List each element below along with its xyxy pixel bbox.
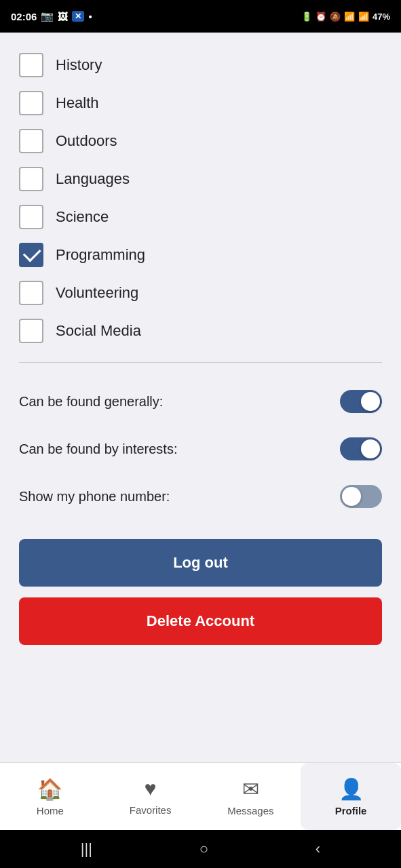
time: 02:06: [11, 11, 37, 22]
toggle-label-2: Show my phone number:: [19, 489, 170, 505]
checkbox-label-health: Health: [56, 94, 99, 112]
toggle-knob-1: [361, 439, 380, 458]
nav-profile-label: Profile: [335, 805, 367, 816]
checkbox-item-health[interactable]: Health: [19, 84, 382, 122]
checkbox-health[interactable]: [19, 91, 43, 115]
delete-account-button[interactable]: Delete Account: [19, 597, 382, 645]
checkbox-item-science[interactable]: Science: [19, 198, 382, 236]
toggle-knob-2: [342, 487, 361, 506]
x-icon: ✕: [72, 11, 84, 22]
camera-icon: 📷: [41, 10, 54, 22]
toggle-knob-0: [361, 392, 380, 411]
toggle-label-1: Can be found by interests:: [19, 441, 177, 457]
nav-item-favorites[interactable]: ♥Favorites: [100, 763, 201, 830]
toggle-row-2: Show my phone number:: [19, 473, 382, 520]
toggle-label-0: Can be found generally:: [19, 394, 163, 410]
gallery-icon: 🖼: [58, 11, 68, 22]
checkbox-item-volunteering[interactable]: Volunteering: [19, 274, 382, 312]
checkbox-label-languages: Languages: [56, 170, 130, 188]
battery-percent: 47%: [373, 12, 390, 22]
nav-item-profile[interactable]: 👤Profile: [301, 763, 401, 830]
wifi-icon: 📶: [344, 12, 355, 22]
checkbox-item-programming[interactable]: Programming: [19, 236, 382, 274]
checkbox-list: HistoryHealthOutdoorsLanguagesSciencePro…: [19, 46, 382, 350]
nav-messages-label: Messages: [227, 805, 273, 816]
checkbox-languages[interactable]: [19, 167, 43, 191]
checkbox-item-history[interactable]: History: [19, 46, 382, 84]
nav-home-icon: 🏠: [37, 777, 62, 801]
main-content: HistoryHealthOutdoorsLanguagesSciencePro…: [0, 33, 401, 762]
checkbox-item-languages[interactable]: Languages: [19, 160, 382, 198]
nav-item-messages[interactable]: ✉Messages: [201, 763, 301, 830]
toggle-switch-1[interactable]: [340, 437, 382, 460]
toggle-list: Can be found generally:Can be found by i…: [19, 378, 382, 520]
checkbox-label-outdoors: Outdoors: [56, 132, 117, 150]
alarm-icon: ⏰: [316, 12, 326, 22]
checkbox-label-history: History: [56, 56, 102, 74]
nav-favorites-icon: ♥: [145, 777, 157, 800]
recent-apps-icon[interactable]: |||: [81, 840, 92, 858]
nav-profile-icon: 👤: [339, 777, 364, 801]
toggle-switch-0[interactable]: [340, 390, 382, 413]
checkbox-item-social-media[interactable]: Social Media: [19, 312, 382, 350]
status-bar: 02:06 📷 🖼 ✕ • 🔋 ⏰ 🔕 📶 📶 47%: [0, 0, 401, 33]
gesture-bar: ||| ○ ‹: [0, 830, 401, 868]
nav-item-home[interactable]: 🏠Home: [0, 763, 100, 830]
checkbox-history[interactable]: [19, 53, 43, 77]
signal-icon: 📶: [358, 12, 369, 22]
status-bar-left: 02:06 📷 🖼 ✕ •: [11, 10, 92, 22]
mute-icon: 🔕: [330, 12, 341, 22]
checkbox-label-science: Science: [56, 208, 109, 226]
divider: [19, 362, 382, 363]
checkbox-social-media[interactable]: [19, 319, 43, 343]
nav-messages-icon: ✉: [242, 777, 259, 801]
toggle-row-1: Can be found by interests:: [19, 425, 382, 473]
bottom-nav: 🏠Home♥Favorites✉Messages👤Profile: [0, 762, 401, 830]
checkbox-outdoors[interactable]: [19, 129, 43, 153]
checkbox-label-programming: Programming: [56, 246, 145, 264]
checkbox-item-outdoors[interactable]: Outdoors: [19, 122, 382, 160]
nav-favorites-label: Favorites: [130, 804, 172, 816]
logout-button[interactable]: Log out: [19, 539, 382, 587]
checkbox-volunteering[interactable]: [19, 281, 43, 305]
checkbox-programming[interactable]: [19, 243, 43, 267]
checkbox-science[interactable]: [19, 205, 43, 229]
home-icon[interactable]: ○: [199, 840, 208, 858]
dot-indicator: •: [88, 11, 92, 22]
checkbox-label-volunteering: Volunteering: [56, 284, 138, 302]
toggle-switch-2[interactable]: [340, 485, 382, 508]
toggle-row-0: Can be found generally:: [19, 378, 382, 425]
status-bar-right: 🔋 ⏰ 🔕 📶 📶 47%: [301, 12, 390, 22]
back-icon[interactable]: ‹: [316, 840, 320, 858]
battery-icon: 🔋: [301, 12, 312, 22]
checkbox-label-social-media: Social Media: [56, 322, 141, 340]
nav-home-label: Home: [37, 805, 64, 816]
